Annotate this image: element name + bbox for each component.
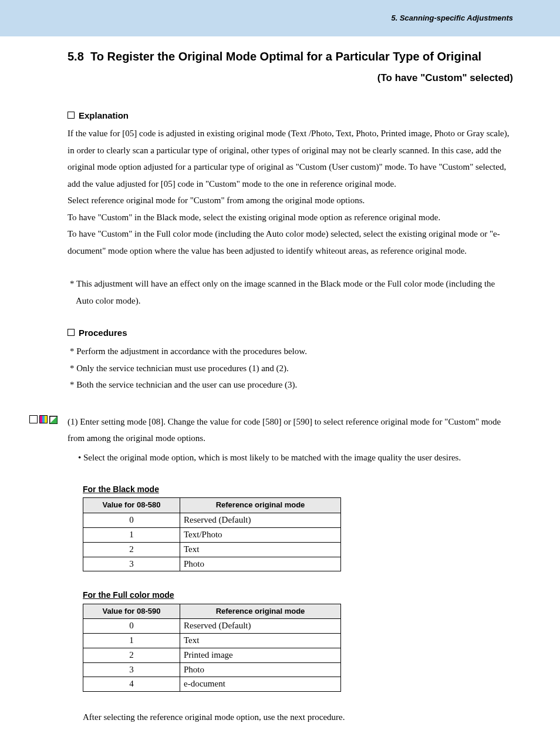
cell-value: 1 bbox=[83, 528, 180, 543]
step-1: (1) Enter setting mode [08]. Change the … bbox=[68, 413, 513, 466]
mode-icons bbox=[29, 413, 68, 466]
table-row: 0Reserved (Default) bbox=[83, 513, 341, 528]
table-color-head-mode: Reference original mode bbox=[180, 604, 341, 619]
table-row: 1Text/Photo bbox=[83, 528, 341, 543]
cell-value: 0 bbox=[83, 619, 180, 634]
page-body: 5.8 To Register the Original Mode Optima… bbox=[0, 36, 560, 747]
table-black: Value for 08-580 Reference original mode… bbox=[83, 497, 341, 571]
color-stripes-icon bbox=[39, 415, 48, 423]
table-color: Value for 08-590 Reference original mode… bbox=[83, 604, 341, 692]
explanation-para-1: If the value for [05] code is adjusted i… bbox=[68, 125, 513, 192]
table-color-head-value: Value for 08-590 bbox=[83, 604, 180, 619]
step-1-text: (1) Enter setting mode [08]. Change the … bbox=[68, 413, 513, 447]
cell-value: 2 bbox=[83, 542, 180, 557]
table-row: 3Photo bbox=[83, 662, 341, 677]
procedures-heading: Procedures bbox=[68, 327, 513, 339]
table-row: 0Reserved (Default) bbox=[83, 619, 341, 634]
section-title: To Register the Original Mode Optimal fo… bbox=[90, 50, 481, 63]
table-black-title: For the Black mode bbox=[83, 483, 513, 495]
cell-value: 3 bbox=[83, 662, 180, 677]
explanation-para-4: To have "Custom" in the Full color mode … bbox=[68, 226, 513, 259]
cell-value: 0 bbox=[83, 513, 180, 528]
table-row: 2Printed image bbox=[83, 648, 341, 662]
section-subtitle: (To have "Custom" selected) bbox=[68, 71, 513, 86]
cell-mode: Text/Photo bbox=[180, 528, 341, 543]
section-heading: 5.8 To Register the Original Mode Optima… bbox=[68, 48, 513, 86]
explanation-para-2: Select reference original mode for "Cust… bbox=[68, 192, 513, 209]
header-band: 5. Scanning-specific Adjustments bbox=[0, 0, 560, 36]
explanation-note: * This adjustment will have an effect on… bbox=[68, 275, 513, 309]
table-row: 2Text bbox=[83, 542, 341, 557]
procedure-note-3: * Both the service technician and the us… bbox=[68, 376, 513, 393]
cell-mode: Printed image bbox=[180, 648, 341, 662]
procedure-note-2: * Only the service technician must use p… bbox=[68, 360, 513, 377]
cell-mode: Text bbox=[180, 542, 341, 557]
section-number: 5.8 bbox=[68, 48, 84, 65]
cell-value: 2 bbox=[83, 648, 180, 662]
explanation-para-3: To have "Custom" in the Black mode, sele… bbox=[68, 209, 513, 226]
table-row: 1Text bbox=[83, 634, 341, 648]
cell-value: 3 bbox=[83, 557, 180, 571]
cell-value: 4 bbox=[83, 677, 180, 692]
table-black-head-mode: Reference original mode bbox=[180, 498, 341, 513]
mono-box-icon bbox=[29, 415, 38, 423]
cell-mode: Photo bbox=[180, 557, 341, 571]
cell-mode: Reserved (Default) bbox=[180, 513, 341, 528]
cell-mode: Text bbox=[180, 634, 341, 648]
cell-mode: Reserved (Default) bbox=[180, 619, 341, 634]
cell-mode: Photo bbox=[180, 662, 341, 677]
table-row: 3Photo bbox=[83, 557, 341, 571]
cell-mode: e-document bbox=[180, 677, 341, 692]
step-1-bullet: • Select the original mode option, which… bbox=[68, 449, 513, 466]
procedure-note-1: * Perform the adjustment in accordance w… bbox=[68, 343, 513, 360]
cell-value: 1 bbox=[83, 634, 180, 648]
table-row: 4e-document bbox=[83, 677, 341, 692]
table-color-title: For the Full color mode bbox=[83, 589, 513, 601]
gradient-box-icon bbox=[49, 415, 58, 423]
breadcrumb: 5. Scanning-specific Adjustments bbox=[391, 13, 513, 24]
explanation-heading: Explanation bbox=[68, 109, 513, 122]
table-black-head-value: Value for 08-580 bbox=[83, 498, 180, 513]
after-table-note: After selecting the reference original m… bbox=[83, 709, 513, 725]
